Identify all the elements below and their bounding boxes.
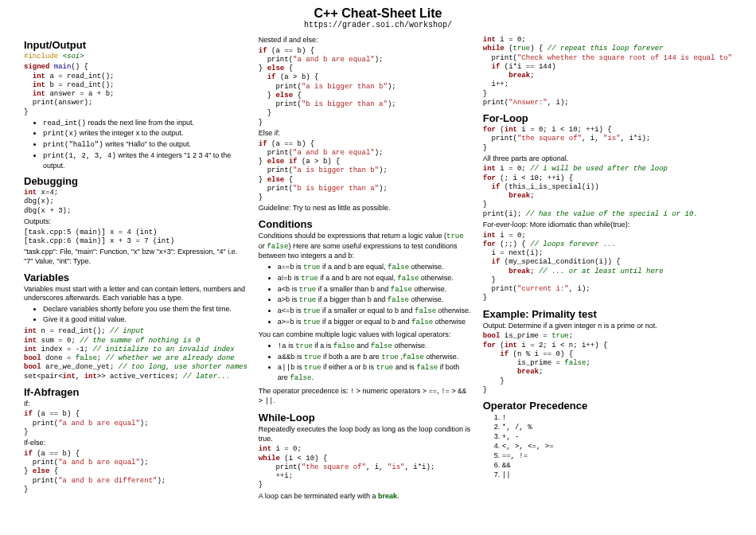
while-end: A loop can be terminated early with a br… — [259, 492, 472, 502]
debug-outputs-label: Outputs: — [24, 217, 247, 227]
column-3: int i = 0; while (true) { // repeat this… — [483, 34, 732, 502]
debug-output: [task.cpp:5 (main)] x = 4 (int) [task.cp… — [24, 228, 247, 247]
while-code: int i = 0; while (i < 10) { print("the s… — [259, 445, 472, 490]
op-item: *, /, % — [502, 423, 732, 432]
op-item: && — [502, 461, 732, 470]
guideline: Guideline: Try to nest as little as poss… — [259, 204, 472, 213]
cond-heading: Conditions — [259, 218, 472, 230]
cond-list: a==b is true if a and b are equal, false… — [259, 263, 472, 327]
content-columns: Input/Output #include <soi> signed main(… — [24, 34, 732, 502]
var-bullet: Give it a good initial value. — [43, 315, 247, 325]
cond-item: a<=b is true if a smaller or equal to b … — [278, 307, 472, 317]
var-bullets: Declare variables shortly before you use… — [24, 305, 247, 324]
ifelse-label: If-else: — [24, 439, 247, 448]
for-ever-code: int i = 0; for (;;) { // loops forever .… — [483, 232, 732, 303]
ifelse-code: if (a == b) { print("a and b are equal")… — [24, 450, 247, 494]
if-label: If: — [24, 400, 247, 409]
nested-code: if (a == b) { print("a and b are equal")… — [259, 47, 472, 127]
cond-precedence: The operator precedence is: ! > numeric … — [259, 387, 472, 407]
io-bullet: print("hallo") writes "Hallo" to the out… — [43, 140, 247, 150]
prim-intro: Output: Determine if a given integer n i… — [483, 322, 732, 331]
prim-heading: Example: Primality test — [483, 308, 732, 320]
elseif-code: if (a == b) { print("a and b are equal")… — [259, 140, 472, 203]
for-opt-code: int i = 0; // i will be used after the l… — [483, 165, 732, 219]
op-item: ==, != — [502, 451, 732, 460]
page-title: C++ Cheat-Sheet Lite — [24, 6, 732, 21]
while-true-code: int i = 0; while (true) { // repeat this… — [483, 36, 732, 107]
io-bullet: print(1, 2, 3, 4) writes the 4 integers … — [43, 151, 247, 170]
column-2: Nested if and else: if (a == b) { print(… — [259, 34, 472, 502]
debug-heading: Debugging — [24, 175, 247, 187]
elseif-label: Else if: — [259, 129, 472, 139]
op-list: ! *, /, % +, - <, >, <=, >= ==, != && || — [483, 413, 732, 479]
io-heading: Input/Output — [24, 39, 247, 51]
cond-item: a>=b is true if a bigger or equal to b a… — [278, 318, 472, 328]
page-header: C++ Cheat-Sheet Lite https://grader.soi.… — [24, 6, 732, 29]
column-1: Input/Output #include <soi> signed main(… — [24, 34, 247, 502]
cond-item: !a is true if a is false and false other… — [278, 342, 472, 352]
var-intro: Variables must start with a letter and c… — [24, 285, 247, 303]
op-item: <, >, <=, >= — [502, 442, 732, 451]
if-heading: If-Abfragen — [24, 386, 247, 398]
cond-item: a==b is true if a and b are equal, false… — [278, 263, 472, 273]
op-item: || — [502, 471, 732, 479]
op-item: +, - — [502, 432, 732, 441]
op-heading: Operator Precedence — [483, 400, 732, 412]
cond-intro: Conditions should be expressions that re… — [259, 232, 472, 261]
nested-label: Nested if and else: — [259, 36, 472, 45]
io-code: signed main() { int a = read_int(); int … — [24, 63, 247, 117]
cond-item: a||b is true if either a or b is true an… — [278, 363, 472, 383]
var-heading: Variables — [24, 271, 247, 283]
io-bullet: read_int() reads the next line from the … — [43, 119, 247, 129]
io-bullet: print(x) writes the integer x to the out… — [43, 129, 247, 139]
cond-combine: You can combine multiple logic values wi… — [259, 330, 472, 340]
for-ever-label: For-ever-loop: More idiomatic than while… — [483, 221, 732, 230]
var-code: int n = read_int(); // input int sum = 0… — [24, 327, 247, 381]
io-include: #include <soi> — [24, 53, 247, 61]
io-bullets: read_int() reads the next line from the … — [24, 119, 247, 170]
if-code: if (a == b) { print("a and b are equal")… — [24, 410, 247, 437]
prim-code: bool is_prime = true; for (int i = 2; i … — [483, 332, 732, 395]
cond-item: a!=b is true if a and b are not equal, f… — [278, 274, 472, 284]
debug-code: int x=4; dbg(x); dbg(x + 3); — [24, 189, 247, 216]
debug-explanation: "task.cpp": File, "main": Function, "x" … — [24, 248, 247, 266]
for-heading: For-Loop — [483, 112, 732, 124]
cond-logic-list: !a is true if a is false and false other… — [259, 342, 472, 384]
op-item: ! — [502, 413, 732, 422]
while-intro: Repeatedly executes the loop body as lon… — [259, 425, 472, 443]
cond-item: a<b is true if a smaller than b and fals… — [278, 285, 472, 295]
while-heading: While-Loop — [259, 412, 472, 424]
cond-item: a>b is true if a bigger than b and false… — [278, 295, 472, 306]
var-bullet: Declare variables shortly before you use… — [43, 305, 247, 314]
for-optional: All three parts are optional. — [483, 154, 732, 164]
page-url: https://grader.soi.ch/workshop/ — [24, 21, 732, 29]
for-code: for (int i = 0; i < 10; ++i) { print("th… — [483, 126, 732, 153]
cond-item: a&&b is true if both a are b are true ,f… — [278, 353, 472, 363]
